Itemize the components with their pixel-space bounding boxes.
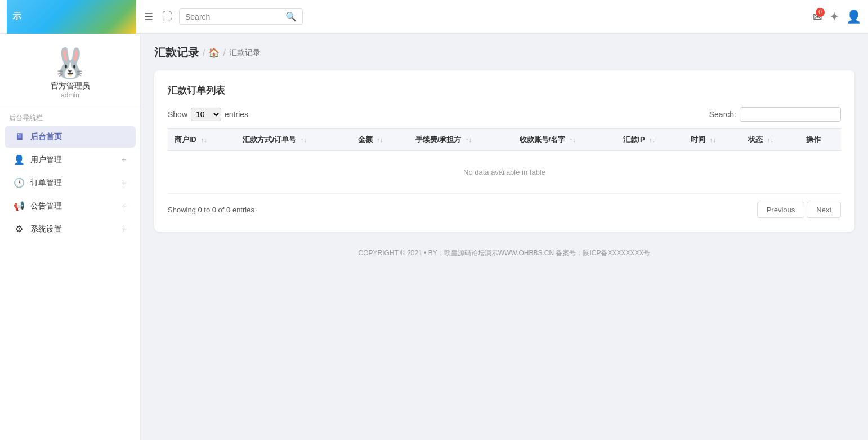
main-card: 汇款订单列表 Show 10 25 50 100 entries Search: — [154, 70, 854, 232]
sidebar-item-users[interactable]: 👤 用户管理 + — [5, 149, 136, 171]
main-content: 汇款记录 / 🏠 / 汇款记录 汇款订单列表 Show 10 25 50 100 — [141, 34, 868, 440]
avatar-icon: 👤 — [846, 10, 861, 24]
col-merchant-id[interactable]: 商户ID ↑↓ — [168, 129, 236, 151]
breadcrumb-current-page: 汇款记录 — [229, 48, 261, 58]
no-data-cell: No data available in table — [168, 151, 841, 194]
users-expand-icon: + — [122, 155, 127, 165]
table-controls-top: Show 10 25 50 100 entries Search: — [168, 107, 841, 122]
search-area: 🔍 — [179, 8, 303, 25]
col-time-label: 时间 — [691, 135, 705, 144]
sidebar-item-label: 用户管理 — [30, 155, 122, 165]
col-status-label: 状态 — [748, 135, 763, 144]
sort-icon-fee: ↑↓ — [466, 136, 472, 143]
no-data-row: No data available in table — [168, 151, 841, 194]
sidebar-item-orders[interactable]: 🕐 订单管理 + — [5, 172, 136, 194]
sort-icon-merchant-id: ↑↓ — [201, 136, 207, 143]
breadcrumb-separator-2: / — [223, 48, 225, 58]
breadcrumb-home-icon[interactable]: 🏠 — [208, 47, 220, 58]
announcements-expand-icon: + — [122, 201, 127, 211]
footer-text: COPYRIGHT © 2021 • BY：欧皇源码论坛演示WWW.OHBBS.… — [359, 249, 651, 257]
search-button[interactable]: 🔍 — [285, 11, 297, 22]
page-footer: COPYRIGHT © 2021 • BY：欧皇源码论坛演示WWW.OHBBS.… — [154, 243, 854, 264]
admin-role: admin — [61, 91, 79, 99]
table-search-control: Search: — [709, 107, 841, 122]
sort-icon-amount: ↑↓ — [377, 136, 383, 143]
sidebar-avatar-area: 🐰 官方管理员 admin — [0, 39, 140, 106]
sort-icon-ip: ↑↓ — [649, 136, 655, 143]
user-avatar-button[interactable]: 👤 — [846, 10, 861, 24]
col-account[interactable]: 收款账号/名字 ↑↓ — [513, 129, 617, 151]
admin-name: 官方管理员 — [51, 81, 90, 91]
table-search-input[interactable] — [740, 107, 841, 122]
entries-per-page-select[interactable]: 10 25 50 100 — [191, 108, 221, 121]
sort-icon-account: ↑↓ — [570, 136, 576, 143]
orders-expand-icon: + — [122, 178, 127, 188]
table-header: 商户ID ↑↓ 汇款方式/订单号 ↑↓ 金额 ↑↓ 手续费/承担方 — [168, 129, 841, 151]
previous-button[interactable]: Previous — [757, 202, 805, 218]
col-ip-label: 汇款IP — [623, 135, 645, 144]
sidebar-item-label: 系统设置 — [30, 224, 122, 234]
orders-icon: 🕐 — [14, 177, 25, 188]
menu-icon: ☰ — [144, 11, 153, 23]
sidebar-item-label: 公告管理 — [30, 201, 122, 211]
table-footer: Showing 0 to 0 of 0 entries Previous Nex… — [168, 202, 841, 218]
expand-button[interactable]: ⛶ — [160, 8, 175, 25]
header-right: ✉ 0 ✦ 👤 — [813, 10, 861, 24]
search-icon: 🔍 — [285, 12, 297, 21]
breadcrumb: 汇款记录 / 🏠 / 汇款记录 — [154, 45, 854, 60]
notification-button[interactable]: ✉ 0 — [813, 10, 822, 24]
breadcrumb-separator: / — [203, 48, 205, 58]
col-amount[interactable]: 金额 ↑↓ — [351, 129, 409, 151]
col-action-label: 操作 — [806, 135, 821, 144]
show-label: Show — [168, 110, 187, 119]
card-title: 汇款订单列表 — [168, 84, 841, 97]
top-header: 示 ☰ ⛶ 🔍 ✉ 0 ✦ 👤 — [0, 0, 868, 34]
show-entries-control: Show 10 25 50 100 entries — [168, 108, 248, 121]
sidebar-item-announcements[interactable]: 📢 公告管理 + — [5, 195, 136, 217]
apps-button[interactable]: ✦ — [829, 10, 839, 24]
sort-icon-time: ↑↓ — [710, 136, 716, 143]
col-action: 操作 — [799, 129, 841, 151]
logo-text: 示 — [12, 11, 21, 23]
sidebar-item-label: 订单管理 — [30, 178, 122, 188]
settings-expand-icon: + — [122, 224, 127, 234]
table-header-row: 商户ID ↑↓ 汇款方式/订单号 ↑↓ 金额 ↑↓ 手续费/承担方 — [168, 129, 841, 151]
menu-toggle-button[interactable]: ☰ — [142, 8, 155, 25]
sidebar-item-dashboard[interactable]: 🖥 后台首页 — [5, 126, 136, 148]
logo-area: 示 — [7, 0, 136, 34]
col-ip[interactable]: 汇款IP ↑↓ — [616, 129, 684, 151]
col-time[interactable]: 时间 ↑↓ — [684, 129, 741, 151]
settings-icon: ⚙ — [14, 224, 25, 234]
search-input[interactable] — [185, 12, 285, 21]
pagination: Previous Next — [757, 202, 841, 218]
col-payment-method[interactable]: 汇款方式/订单号 ↑↓ — [236, 129, 351, 151]
col-amount-label: 金额 — [358, 135, 373, 144]
entries-label: entries — [225, 110, 248, 119]
page-title: 汇款记录 — [154, 45, 199, 60]
table-search-label: Search: — [709, 110, 736, 119]
next-button[interactable]: Next — [807, 202, 841, 218]
col-fee-label: 手续费/承担方 — [415, 135, 462, 144]
data-table: 商户ID ↑↓ 汇款方式/订单号 ↑↓ 金额 ↑↓ 手续费/承担方 — [168, 128, 841, 194]
table-body: No data available in table — [168, 151, 841, 194]
main-layout: 🐰 官方管理员 admin 后台导航栏 🖥 后台首页 👤 用户管理 + 🕐 订单… — [0, 34, 868, 440]
col-status[interactable]: 状态 ↑↓ — [741, 129, 799, 151]
sidebar-item-label: 后台首页 — [30, 132, 127, 142]
apps-icon: ✦ — [829, 10, 839, 24]
sort-icon-status: ↑↓ — [767, 136, 773, 143]
header-icons: ☰ ⛶ — [142, 8, 175, 25]
sidebar-item-settings[interactable]: ⚙ 系统设置 + — [5, 218, 136, 240]
sort-icon-payment: ↑↓ — [301, 136, 307, 143]
col-merchant-id-label: 商户ID — [175, 135, 196, 144]
users-icon: 👤 — [14, 154, 25, 165]
showing-text: Showing 0 to 0 of 0 entries — [168, 206, 254, 214]
sidebar: 🐰 官方管理员 admin 后台导航栏 🖥 后台首页 👤 用户管理 + 🕐 订单… — [0, 34, 141, 440]
notification-badge: 0 — [816, 8, 825, 17]
announcements-icon: 📢 — [14, 201, 25, 211]
dashboard-icon: 🖥 — [14, 132, 25, 142]
col-payment-method-label: 汇款方式/订单号 — [243, 135, 296, 144]
col-fee[interactable]: 手续费/承担方 ↑↓ — [409, 129, 513, 151]
expand-icon: ⛶ — [162, 11, 172, 22]
sidebar-nav-title: 后台导航栏 — [0, 106, 140, 125]
col-account-label: 收款账号/名字 — [520, 135, 566, 144]
